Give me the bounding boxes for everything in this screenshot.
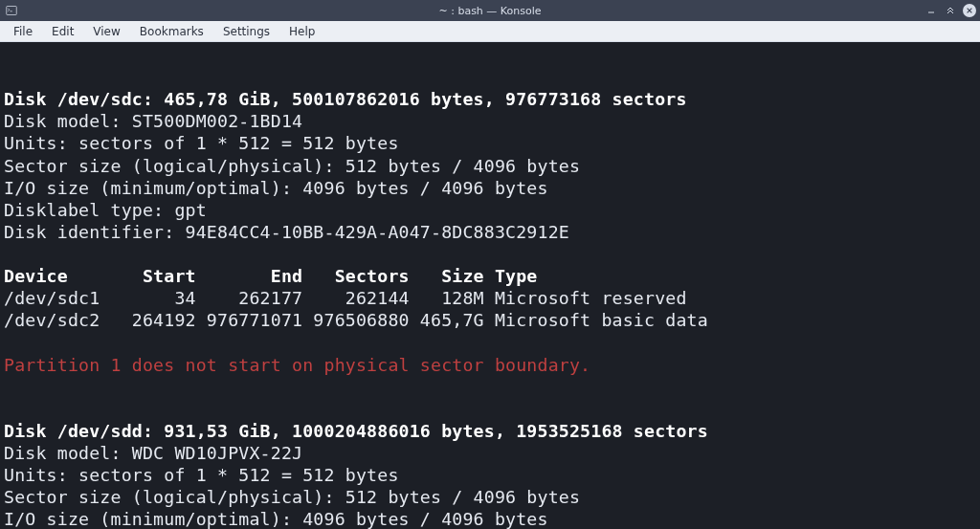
window-titlebar: ~ : bash — Konsole	[0, 0, 980, 21]
terminal-line: I/O size (minimum/optimal): 4096 bytes /…	[4, 178, 548, 198]
partition-table-header: Device Start End Sectors Size Type	[4, 266, 538, 286]
menu-edit[interactable]: Edit	[42, 23, 83, 40]
terminal-line: Disk identifier: 94E84CC4-10BB-429A-A047…	[4, 222, 569, 242]
partition-table-row: /dev/sdc2 264192 976771071 976506880 465…	[4, 310, 708, 330]
menu-help[interactable]: Help	[279, 23, 324, 40]
menu-view[interactable]: View	[83, 23, 129, 40]
svg-rect-0	[7, 7, 17, 15]
terminal-line: Disk model: WDC WD10JPVX-22J	[4, 443, 302, 463]
maximize-icon[interactable]	[944, 4, 957, 17]
menu-settings[interactable]: Settings	[213, 23, 279, 40]
terminal-line: Units: sectors of 1 * 512 = 512 bytes	[4, 465, 399, 485]
app-icon	[6, 5, 17, 16]
terminal-line: Units: sectors of 1 * 512 = 512 bytes	[4, 133, 399, 153]
menubar: File Edit View Bookmarks Settings Help	[0, 21, 980, 42]
terminal-line: Disklabel type: gpt	[4, 200, 207, 220]
terminal-line: Disk model: ST500DM002-1BD14	[4, 111, 302, 131]
menu-bookmarks[interactable]: Bookmarks	[130, 23, 213, 40]
window-controls	[924, 4, 976, 17]
disk-header: Disk /dev/sdd: 931,53 GiB, 1000204886016…	[4, 421, 708, 441]
terminal-output[interactable]: Disk /dev/sdc: 465,78 GiB, 500107862016 …	[0, 42, 980, 529]
partition-table-row: /dev/sdc1 34 262177 262144 128M Microsof…	[4, 288, 687, 308]
minimize-icon[interactable]	[924, 4, 938, 17]
close-icon[interactable]	[963, 4, 976, 17]
warning-line: Partition 1 does not start on physical s…	[4, 355, 590, 375]
terminal-line: Sector size (logical/physical): 512 byte…	[4, 156, 580, 176]
window-title: ~ : bash — Konsole	[439, 5, 542, 17]
terminal-line: I/O size (minimum/optimal): 4096 bytes /…	[4, 509, 548, 529]
menu-file[interactable]: File	[4, 23, 42, 40]
terminal-line: Sector size (logical/physical): 512 byte…	[4, 487, 580, 507]
disk-header: Disk /dev/sdc: 465,78 GiB, 500107862016 …	[4, 89, 687, 109]
